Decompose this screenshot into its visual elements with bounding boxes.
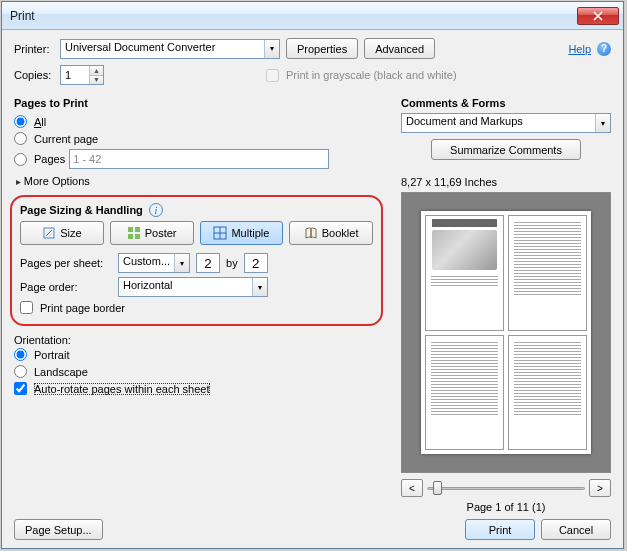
chevron-down-icon: ▾ bbox=[252, 278, 267, 296]
print-preview bbox=[401, 192, 611, 473]
comments-selected-value: Document and Markups bbox=[402, 114, 595, 132]
preview-dimensions: 8,27 x 11,69 Inches bbox=[401, 176, 611, 188]
printer-selected-value: Universal Document Converter bbox=[61, 40, 264, 58]
print-button[interactable]: Print bbox=[465, 519, 535, 540]
help-link[interactable]: Help bbox=[568, 43, 591, 55]
spinner-down-icon[interactable]: ▼ bbox=[90, 76, 103, 85]
printer-label: Printer: bbox=[14, 43, 54, 55]
cancel-button[interactable]: Cancel bbox=[541, 519, 611, 540]
titlebar: Print bbox=[2, 2, 623, 30]
sizing-highlight-region: Page Sizing & Handling i Size bbox=[10, 195, 383, 326]
pages-current-radio[interactable] bbox=[14, 132, 27, 145]
landscape-radio[interactable] bbox=[14, 365, 27, 378]
pps-by-label: by bbox=[226, 257, 238, 269]
pages-current-label: Current page bbox=[34, 133, 98, 145]
print-dialog: Print Printer: Universal Document Conver… bbox=[1, 1, 624, 549]
properties-button[interactable]: Properties bbox=[286, 38, 358, 59]
grayscale-checkbox bbox=[266, 69, 279, 82]
portrait-label: Portrait bbox=[34, 349, 69, 361]
pps-mode-select[interactable]: Custom... ▾ bbox=[118, 253, 190, 273]
pages-range-label: Pages bbox=[34, 153, 65, 165]
copies-spinner[interactable]: ▲ ▼ bbox=[60, 65, 104, 85]
preview-prev-button[interactable]: < bbox=[401, 479, 423, 497]
copies-input[interactable] bbox=[61, 66, 89, 84]
pages-to-print-title: Pages to Print bbox=[14, 97, 383, 109]
slider-thumb[interactable] bbox=[433, 481, 442, 495]
preview-next-button[interactable]: > bbox=[589, 479, 611, 497]
chevron-down-icon: ▾ bbox=[264, 40, 279, 58]
preview-page-4 bbox=[508, 335, 587, 451]
copies-label: Copies: bbox=[14, 69, 54, 81]
preview-page-3 bbox=[425, 335, 504, 451]
pps-cols-input[interactable] bbox=[196, 253, 220, 273]
chevron-down-icon: ▾ bbox=[174, 254, 189, 272]
booklet-toggle[interactable]: Booklet bbox=[289, 221, 373, 245]
preview-sheet bbox=[421, 211, 591, 454]
sizing-title: Page Sizing & Handling bbox=[20, 204, 143, 216]
pps-rows-input[interactable] bbox=[244, 253, 268, 273]
page-setup-button[interactable]: Page Setup... bbox=[14, 519, 103, 540]
slider-track bbox=[427, 487, 585, 490]
page-order-value: Horizontal bbox=[119, 278, 252, 296]
preview-page-1 bbox=[425, 215, 504, 331]
multiple-toggle[interactable]: Multiple bbox=[200, 221, 284, 245]
close-button[interactable] bbox=[577, 7, 619, 25]
comments-select[interactable]: Document and Markups ▾ bbox=[401, 113, 611, 133]
comments-title: Comments & Forms bbox=[401, 97, 611, 109]
pages-all-radio[interactable] bbox=[14, 115, 27, 128]
svg-rect-3 bbox=[128, 234, 133, 239]
pages-all-label: All bbox=[34, 116, 46, 128]
window-title: Print bbox=[10, 9, 577, 23]
page-order-select[interactable]: Horizontal ▾ bbox=[118, 277, 268, 297]
size-icon bbox=[42, 226, 56, 240]
print-border-label: Print page border bbox=[40, 302, 125, 314]
printer-select[interactable]: Universal Document Converter ▾ bbox=[60, 39, 280, 59]
more-options-toggle[interactable]: More Options bbox=[16, 175, 383, 187]
pps-label: Pages per sheet: bbox=[20, 257, 112, 269]
pps-mode-value: Custom... bbox=[119, 254, 174, 272]
preview-page-status: Page 1 of 11 (1) bbox=[401, 501, 611, 513]
poster-toggle[interactable]: Poster bbox=[110, 221, 194, 245]
portrait-radio[interactable] bbox=[14, 348, 27, 361]
grayscale-label: Print in grayscale (black and white) bbox=[286, 69, 457, 81]
preview-page-2 bbox=[508, 215, 587, 331]
svg-rect-1 bbox=[128, 227, 133, 232]
orientation-title: Orientation: bbox=[14, 334, 383, 346]
pages-range-input[interactable] bbox=[69, 149, 329, 169]
close-icon bbox=[593, 11, 603, 21]
poster-icon bbox=[127, 226, 141, 240]
summarize-comments-button[interactable]: Summarize Comments bbox=[431, 139, 581, 160]
size-toggle[interactable]: Size bbox=[20, 221, 104, 245]
help-icon[interactable]: ? bbox=[597, 42, 611, 56]
preview-slider[interactable] bbox=[427, 481, 585, 495]
multiple-icon bbox=[213, 226, 227, 240]
booklet-icon bbox=[304, 226, 318, 240]
landscape-label: Landscape bbox=[34, 366, 88, 378]
autorotate-label: Auto-rotate pages within each sheet bbox=[34, 383, 210, 395]
info-icon[interactable]: i bbox=[149, 203, 163, 217]
page-order-label: Page order: bbox=[20, 281, 112, 293]
print-border-checkbox[interactable] bbox=[20, 301, 33, 314]
svg-rect-2 bbox=[135, 227, 140, 232]
advanced-button[interactable]: Advanced bbox=[364, 38, 435, 59]
chevron-down-icon: ▾ bbox=[595, 114, 610, 132]
svg-rect-4 bbox=[135, 234, 140, 239]
autorotate-checkbox[interactable] bbox=[14, 382, 27, 395]
pages-range-radio[interactable] bbox=[14, 153, 27, 166]
spinner-up-icon[interactable]: ▲ bbox=[90, 66, 103, 76]
